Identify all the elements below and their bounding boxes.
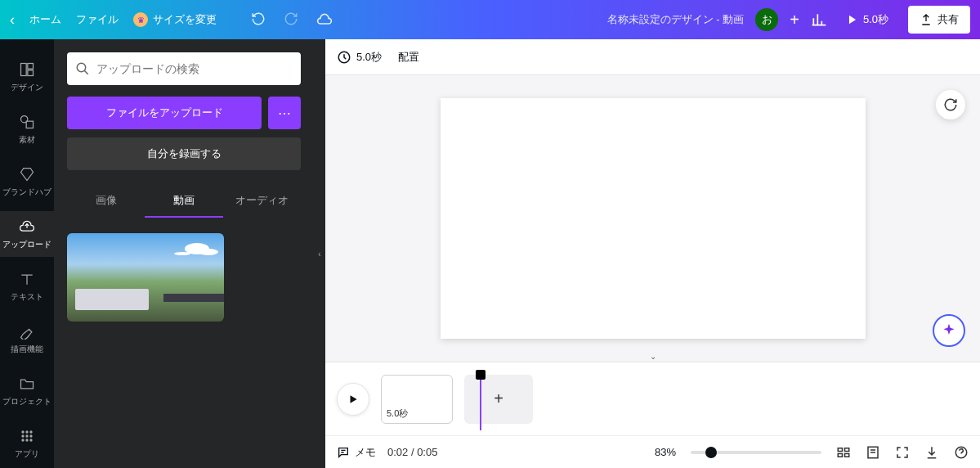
download-icon[interactable] xyxy=(924,445,939,460)
rail-projects[interactable]: プロジェクト xyxy=(0,368,54,414)
zoom-value: 83% xyxy=(655,446,676,458)
fullscreen-icon[interactable] xyxy=(895,445,910,460)
svg-point-7 xyxy=(29,430,32,433)
help-icon[interactable] xyxy=(954,445,969,460)
topbar-right: 名称未設定のデザイン - 動画 お + 5.0秒 共有 xyxy=(607,6,970,34)
svg-point-14 xyxy=(77,63,86,72)
timeline-play-button[interactable] xyxy=(337,383,369,416)
svg-rect-17 xyxy=(845,448,849,451)
rail-label: 描画機能 xyxy=(11,344,43,355)
topbar-left: ‹ ホーム ファイル ♛ サイズを変更 xyxy=(10,11,333,29)
svg-point-6 xyxy=(25,430,28,433)
svg-point-13 xyxy=(29,439,32,441)
thumbnail-view-icon[interactable] xyxy=(836,445,851,460)
clip-duration: 5.0秒 xyxy=(387,407,408,420)
add-clip-button[interactable]: + xyxy=(464,375,533,424)
present-duration: 5.0秒 xyxy=(863,12,888,27)
tab-images[interactable]: 画像 xyxy=(67,185,145,218)
shapes-icon xyxy=(18,113,36,131)
arrange-button[interactable]: 配置 xyxy=(398,50,419,65)
folder-icon xyxy=(18,375,36,393)
rail-text[interactable]: テキスト xyxy=(0,263,54,309)
home-link[interactable]: ホーム xyxy=(29,12,61,27)
upload-file-button[interactable]: ファイルをアップロード xyxy=(67,97,262,129)
time-display: 0:02 / 0:05 xyxy=(387,446,437,458)
duration-chip[interactable]: 5.0秒 xyxy=(337,50,382,65)
chevron-down-icon: ⌄ xyxy=(650,352,656,361)
regenerate-button[interactable] xyxy=(936,90,965,119)
page-view-icon[interactable] xyxy=(866,445,880,460)
svg-rect-1 xyxy=(28,64,34,70)
chevron-left-icon: ‹ xyxy=(318,250,320,259)
video-thumbnail[interactable] xyxy=(67,233,224,322)
uploads-panel: ファイルをアップロード ⋯ 自分を録画する 画像 動画 オーディオ xyxy=(54,39,314,468)
rail-draw[interactable]: 描画機能 xyxy=(0,316,54,362)
svg-rect-18 xyxy=(838,453,842,457)
rail-uploads[interactable]: アップロード xyxy=(0,211,54,257)
file-menu[interactable]: ファイル xyxy=(76,12,119,27)
tab-videos[interactable]: 動画 xyxy=(145,185,222,218)
rail-label: アップロード xyxy=(2,239,51,250)
playhead-line xyxy=(480,380,481,430)
undo-icon[interactable] xyxy=(251,11,266,28)
main-area: デザイン 素材 ブランドハブ アップロード テキスト 描画機能 プロジェクト ア… xyxy=(0,39,980,468)
analytics-icon[interactable] xyxy=(811,11,827,28)
timeline-track: 5.0秒 + xyxy=(325,362,980,435)
rail-design[interactable]: デザイン xyxy=(0,54,54,100)
play-icon xyxy=(347,394,359,405)
search-input[interactable] xyxy=(96,62,293,75)
refresh-icon xyxy=(943,97,958,112)
layout-icon xyxy=(18,61,36,79)
avatar[interactable]: お xyxy=(755,8,778,31)
side-rail: デザイン 素材 ブランドハブ アップロード テキスト 描画機能 プロジェクト ア… xyxy=(0,39,54,468)
playhead[interactable] xyxy=(476,370,486,430)
panel-collapse-handle[interactable]: ‹ xyxy=(314,39,325,468)
share-label: 共有 xyxy=(937,12,959,27)
rail-label: テキスト xyxy=(11,291,43,303)
cloud-sync-icon[interactable] xyxy=(316,11,333,28)
zoom-slider[interactable] xyxy=(691,451,821,454)
apps-icon xyxy=(18,427,36,445)
resize-label: サイズを変更 xyxy=(153,12,217,27)
svg-point-12 xyxy=(25,439,28,441)
back-chevron-icon[interactable]: ‹ xyxy=(10,11,15,29)
rail-label: デザイン xyxy=(11,82,43,93)
svg-rect-4 xyxy=(26,121,33,128)
timeline-right: 83% xyxy=(655,445,969,460)
draw-icon xyxy=(18,322,36,340)
svg-point-9 xyxy=(25,434,28,437)
svg-point-8 xyxy=(21,434,24,437)
svg-rect-2 xyxy=(28,70,34,76)
notes-label: メモ xyxy=(355,445,376,460)
canvas-area: 5.0秒 配置 ⌄ xyxy=(325,39,980,468)
svg-point-10 xyxy=(29,434,32,437)
rail-label: アプリ xyxy=(15,448,39,460)
rail-apps[interactable]: アプリ xyxy=(0,421,54,466)
resize-button[interactable]: ♛ サイズを変更 xyxy=(133,12,217,27)
redo-icon[interactable] xyxy=(284,11,298,28)
svg-point-5 xyxy=(21,430,24,433)
document-title[interactable]: 名称未設定のデザイン - 動画 xyxy=(607,12,745,27)
rail-elements[interactable]: 素材 xyxy=(0,106,54,152)
present-button[interactable]: 5.0秒 xyxy=(839,7,897,32)
search-box[interactable] xyxy=(67,52,301,85)
clip-wrapper: 5.0秒 xyxy=(381,375,453,424)
top-bar: ‹ ホーム ファイル ♛ サイズを変更 名称未設定のデザイン - 動画 お + … xyxy=(0,0,980,39)
top-center-icons xyxy=(251,11,333,28)
zoom-handle[interactable] xyxy=(705,447,717,458)
upload-icon xyxy=(18,218,36,236)
share-button[interactable]: 共有 xyxy=(908,6,970,34)
canvas-center: ⌄ xyxy=(325,75,980,362)
rail-brand[interactable]: ブランドハブ xyxy=(0,159,54,205)
timeline-expand-handle[interactable]: ⌄ xyxy=(637,350,669,362)
record-self-button[interactable]: 自分を録画する xyxy=(67,137,301,170)
canvas-page[interactable] xyxy=(441,98,866,339)
search-icon xyxy=(75,61,90,76)
add-member-icon[interactable]: + xyxy=(790,11,799,29)
svg-rect-19 xyxy=(845,453,849,457)
tab-audio[interactable]: オーディオ xyxy=(223,185,301,218)
upload-more-button[interactable]: ⋯ xyxy=(268,97,301,129)
timeline-clip[interactable]: 5.0秒 xyxy=(381,375,453,424)
notes-button[interactable]: メモ xyxy=(337,445,376,460)
magic-button[interactable] xyxy=(933,314,965,347)
